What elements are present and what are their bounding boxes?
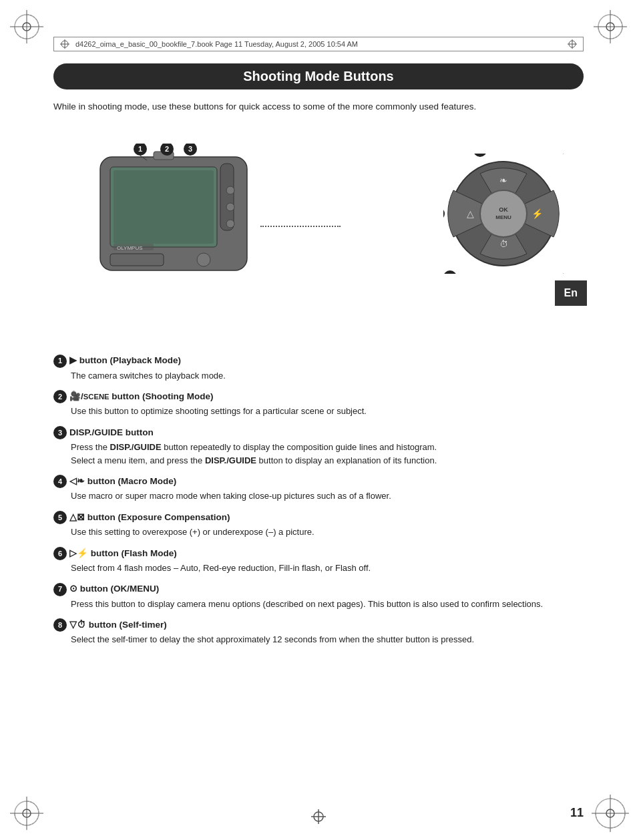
svg-text:3: 3: [188, 145, 192, 153]
button-5-label: △⊠ button (Exposure Compensation): [69, 511, 230, 524]
page-title: Shooting Mode Buttons: [243, 69, 394, 83]
button-4-desc: Use macro or super macro mode when takin…: [53, 489, 584, 503]
button-3-label: DISP./GUIDE button: [69, 426, 154, 439]
button-item-6: 6 ▷⚡ button (Flash Mode) Select from 4 f…: [53, 547, 584, 575]
button-num-8: 8: [53, 618, 67, 632]
control-pad-diagram: OK MENU ❧ △ ⚡ ⏱ 4 5 6 7: [443, 154, 564, 274]
button-item-8: 8 ▽⏱ button (Self-timer) Select the self…: [53, 618, 584, 646]
button-item-5: 5 △⊠ button (Exposure Compensation) Use …: [53, 511, 584, 539]
button-1-label: ▶ button (Playback Mode): [69, 354, 181, 367]
button-num-2: 2: [53, 390, 67, 403]
button-item-2: 2 🎥/SCENE button (Shooting Mode) Use thi…: [53, 390, 584, 418]
svg-point-29: [226, 220, 234, 228]
meta-bar: d4262_oima_e_basic_00_bookfile_7.book Pa…: [53, 37, 584, 51]
button-num-7: 7: [53, 583, 67, 596]
svg-text:MENU: MENU: [495, 214, 511, 220]
svg-text:OLYMPUS: OLYMPUS: [117, 245, 143, 251]
button-4-label: ◁❧ button (Macro Mode): [69, 475, 176, 488]
svg-text:1: 1: [138, 145, 142, 153]
svg-point-28: [226, 203, 234, 211]
button-list: 1 ▶ button (Playback Mode) The camera sw…: [53, 354, 584, 646]
camera-diagram: OLYMPUS 1 2 3: [87, 144, 280, 304]
button-1-desc: The camera switches to playback mode.: [53, 369, 584, 383]
svg-point-49: [443, 207, 445, 220]
svg-rect-24: [114, 170, 214, 244]
button-2-label: 🎥/SCENE button (Shooting Mode): [69, 390, 213, 403]
language-badge: En: [555, 280, 587, 306]
svg-text:5: 5: [478, 154, 482, 154]
button-num-4: 4: [53, 475, 67, 488]
button-item-3: 3 DISP./GUIDE button Press the DISP./GUI…: [53, 426, 584, 467]
svg-text:8: 8: [448, 273, 452, 274]
svg-text:⚡: ⚡: [532, 208, 544, 220]
corner-mark-tl: [7, 7, 47, 47]
svg-text:△: △: [467, 208, 474, 219]
svg-point-42: [480, 190, 527, 237]
button-8-label: ▽⏱ button (Self-timer): [69, 618, 167, 632]
svg-text:❧: ❧: [499, 175, 507, 186]
button-item-1: 1 ▶ button (Playback Mode) The camera sw…: [53, 354, 584, 382]
corner-mark-tr: [590, 7, 630, 47]
button-num-5: 5: [53, 511, 67, 524]
button-6-label: ▷⚡ button (Flash Mode): [69, 547, 177, 560]
diagram-area: OLYMPUS 1 2 3: [53, 127, 584, 341]
svg-text:2: 2: [165, 145, 169, 153]
svg-point-27: [226, 186, 234, 194]
title-banner: Shooting Mode Buttons: [53, 63, 584, 89]
button-num-3: 3: [53, 426, 67, 439]
page-number: 11: [570, 806, 584, 820]
corner-mark-br: [590, 793, 630, 833]
bottom-crosshair: [310, 809, 327, 827]
corner-mark-bl: [7, 793, 47, 833]
svg-text:OK: OK: [499, 206, 508, 213]
button-3-desc: Press the DISP./GUIDE button repeatedly …: [53, 441, 584, 467]
button-8-desc: Select the self-timer to delay the shot …: [53, 633, 584, 646]
button-5-desc: Use this setting to overexpose (+) or un…: [53, 526, 584, 539]
meta-text: d4262_oima_e_basic_00_bookfile_7.book Pa…: [75, 40, 358, 48]
button-num-6: 6: [53, 547, 67, 560]
button-item-7: 7 ⊙ button (OK/MENU) Press this button t…: [53, 582, 584, 610]
dotted-connector: [260, 226, 341, 227]
svg-point-53: [562, 154, 564, 157]
button-num-1: 1: [53, 355, 67, 368]
svg-point-55: [562, 270, 564, 274]
main-content: Shooting Mode Buttons While in shooting …: [53, 63, 584, 787]
button-item-4: 4 ◁❧ button (Macro Mode) Use macro or su…: [53, 475, 584, 503]
button-6-desc: Select from 4 flash modes – Auto, Red-ey…: [53, 562, 584, 575]
svg-point-31: [197, 253, 210, 266]
button-7-desc: Press this button to display camera menu…: [53, 598, 584, 611]
intro-text: While in shooting mode, use these button…: [53, 100, 584, 114]
svg-rect-30: [110, 254, 164, 266]
button-2-desc: Use this button to optimize shooting set…: [53, 405, 584, 418]
svg-text:⏱: ⏱: [499, 239, 508, 249]
button-7-label: ⊙ button (OK/MENU): [69, 582, 159, 596]
